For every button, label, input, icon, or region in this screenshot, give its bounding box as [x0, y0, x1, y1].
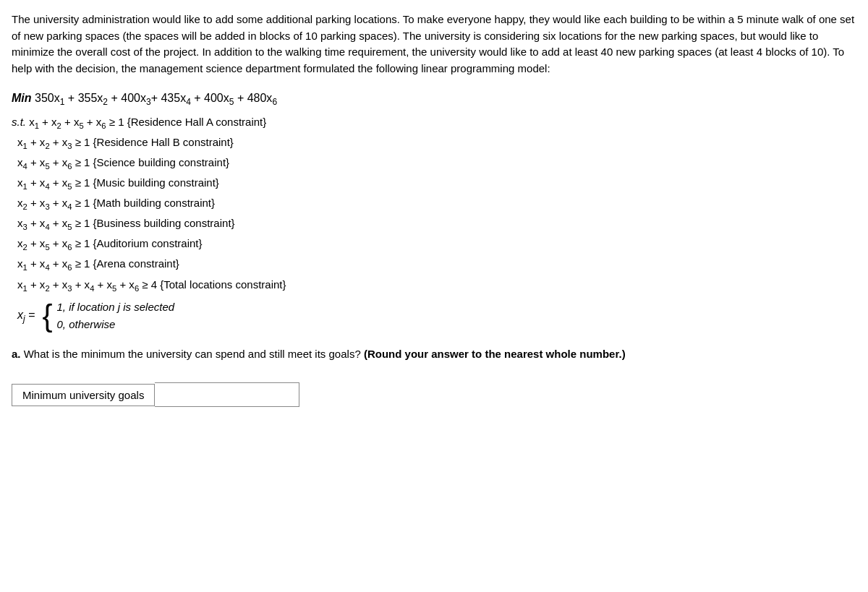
constraint-2: x1 + x2 + x3 ≥ 1 {Residence Hall B const… — [17, 133, 856, 153]
xj-definition: xj = { 1, if location j is selected 0, o… — [17, 299, 856, 333]
constraint-9: x1 + x2 + x3 + x4 + x5 + x6 ≥ 4 {Total l… — [17, 275, 856, 296]
question-label: a. — [12, 348, 24, 360]
brace-group: { 1, if location j is selected 0, otherw… — [42, 299, 174, 333]
constraint-8: x1 + x4 + x6 ≥ 1 {Arena constraint} — [17, 254, 856, 275]
answer-row: Minimum university goals — [12, 382, 856, 407]
objective-function: Min 350x1 + 355x2 + 400x3+ 435x4 + 400x5… — [12, 88, 856, 110]
question-bold: (Round your answer to the nearest whole … — [364, 348, 626, 360]
xj-label: xj = — [17, 305, 35, 327]
minimum-university-goals-input[interactable] — [155, 382, 299, 407]
brace-cases: 1, if location j is selected 0, otherwis… — [57, 299, 175, 333]
case2-text: 0, otherwise — [57, 316, 175, 333]
constraint-6: x3 + x4 + x5 ≥ 1 {Business building cons… — [17, 214, 856, 234]
st-line: s.t. x1 + x2 + x5 + x6 ≥ 1 {Residence Ha… — [12, 113, 856, 133]
constraint-3: x4 + x5 + x6 ≥ 1 {Science building const… — [17, 153, 856, 173]
constraint-7: x2 + x5 + x6 ≥ 1 {Auditorium constraint} — [17, 234, 856, 254]
case1-text: 1, if location j is selected — [57, 299, 175, 316]
constraint-5: x2 + x3 + x4 ≥ 1 {Math building constrai… — [17, 194, 856, 214]
question-text: What is the minimum the university can s… — [24, 348, 361, 360]
constraint-4: x1 + x4 + x5 ≥ 1 {Music building constra… — [17, 173, 856, 194]
min-label: Min — [12, 92, 32, 104]
answer-label: Minimum university goals — [12, 384, 155, 406]
intro-paragraph: The university administration would like… — [12, 12, 856, 77]
question-section: a. What is the minimum the university ca… — [12, 346, 856, 363]
obj-fn-text: 350x1 + 355x2 + 400x3+ 435x4 + 400x5 + 4… — [35, 92, 277, 104]
big-brace: { — [42, 301, 52, 331]
constraint-1: x1 + x2 + x5 + x6 ≥ 1 {Residence Hall A … — [29, 116, 266, 128]
model-section: Min 350x1 + 355x2 + 400x3+ 435x4 + 400x5… — [12, 88, 856, 333]
st-label: s.t. — [12, 116, 26, 128]
